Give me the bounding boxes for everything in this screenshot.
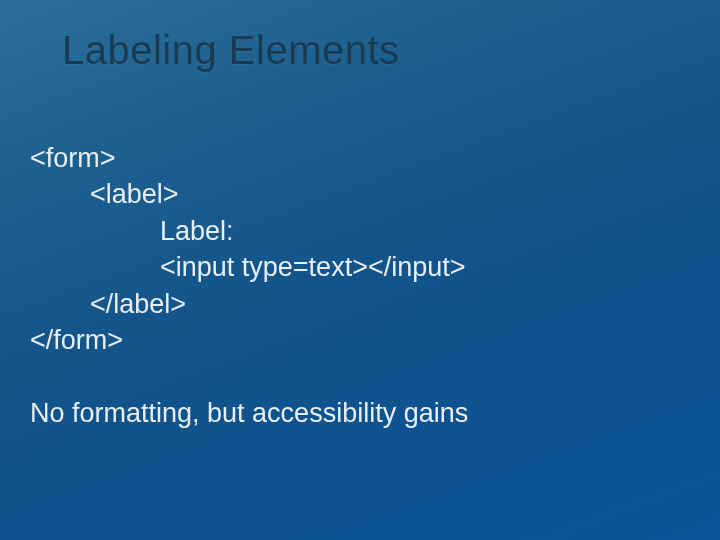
slide-body: <form> <label> Label: <input type=text><… <box>30 140 680 431</box>
slide-title: Labeling Elements <box>62 28 400 73</box>
code-line-4: <input type=text></input> <box>30 249 680 285</box>
slide: Labeling Elements <form> <label> Label: … <box>0 0 720 540</box>
code-line-5: </label> <box>30 286 680 322</box>
footnote-text: No formatting, but accessibility gains <box>30 395 680 431</box>
code-line-6: </form> <box>30 322 680 358</box>
code-line-3: Label: <box>30 213 680 249</box>
code-line-2: <label> <box>30 176 680 212</box>
code-line-1: <form> <box>30 140 680 176</box>
